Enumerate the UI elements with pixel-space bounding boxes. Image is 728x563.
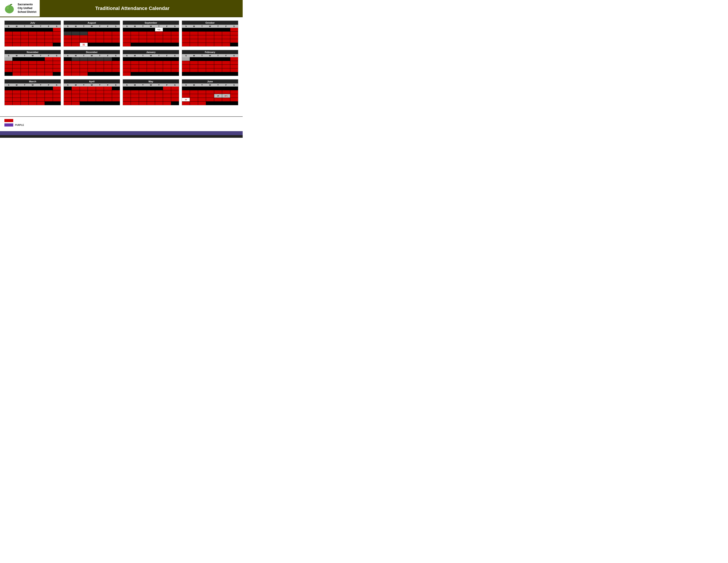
month-header: October [182, 21, 238, 25]
legend-color-red [4, 119, 13, 122]
day-headers: S M T W T F S [5, 25, 61, 28]
month-september: September S M T W T F S *••1 [123, 21, 179, 47]
month-header: November [5, 50, 61, 54]
calendar-grid [123, 57, 179, 76]
month-october: October S M T W T F S [182, 21, 238, 47]
legend-area: PURPLE [0, 116, 243, 130]
month-header: September [123, 21, 179, 25]
day-headers: S M T W T F S [182, 83, 238, 86]
calendar-grid [5, 28, 61, 46]
calendar-grid [123, 86, 179, 105]
legend-label-purple: PURPLE [15, 124, 24, 126]
month-header: May [123, 79, 179, 83]
month-june: June S M T W T F S [182, 79, 238, 105]
month-header: March [5, 79, 61, 83]
special-day: *••1 [155, 28, 163, 31]
month-november: November S M T W T F S [4, 50, 61, 76]
page-header: Sacramento City Unified School District … [0, 0, 243, 17]
calendar-row-2: November S M T W T F S [4, 50, 238, 76]
day-headers: S M T W T F S [182, 25, 238, 28]
aug-31: 31 [80, 43, 88, 46]
bottom-bar [0, 131, 243, 135]
month-header: June [182, 79, 238, 83]
day-headers: S M T W T F S [5, 54, 61, 57]
header-center: Traditional Attendance Calendar [40, 0, 225, 17]
day-headers: S M T W T F S [5, 83, 61, 86]
month-header: December [64, 50, 120, 54]
month-header: April [64, 79, 120, 83]
calendar-grid [64, 57, 120, 76]
calendar-grid [5, 57, 61, 76]
logo-icon [3, 2, 15, 14]
day-headers: S M T W T F S [64, 83, 120, 86]
calendar-grid [64, 86, 120, 105]
june-15: 15 [214, 94, 222, 98]
calendar-container: July S M T W T F S [0, 17, 243, 112]
calendar-grid: *••1 [123, 28, 179, 46]
month-february: February S M T W T F S [182, 50, 238, 76]
month-july: July S M T W T F S [4, 21, 61, 47]
legend-color-purple [4, 123, 13, 126]
calendar-grid [182, 57, 238, 76]
legend-row-purple: PURPLE [4, 123, 238, 126]
month-december: December S M T W T F S [64, 50, 120, 76]
bottom-bar2 [0, 135, 243, 138]
legend-row-red [4, 119, 238, 122]
calendar-row-1: July S M T W T F S [4, 21, 238, 47]
june-20: 20 [182, 98, 190, 101]
day-headers: S M T W T F S [182, 54, 238, 57]
day-headers: S M T W T F S [123, 25, 179, 28]
month-august: August S M T W T F S [64, 21, 120, 47]
svg-point-2 [7, 6, 9, 9]
day-headers: S M T W T F S [123, 83, 179, 86]
day-headers: S M T W T F S [64, 54, 120, 57]
month-header: January [123, 50, 179, 54]
day-headers: S M T W T F S [64, 25, 120, 28]
page-title: Traditional Attendance Calendar [95, 6, 170, 11]
logo-area: Sacramento City Unified School District [0, 0, 40, 17]
month-january: January S M T W T F S [123, 50, 179, 76]
calendar-grid: 15 16*•• 20 [182, 86, 238, 105]
org-name: Sacramento City Unified School District [18, 3, 36, 14]
month-march: March S M T W T F S [4, 79, 61, 105]
header-right [225, 0, 243, 17]
calendar-grid: 31 [64, 28, 120, 46]
day-headers: S M T W T F S [123, 54, 179, 57]
month-may: May S M T W T F S [123, 79, 179, 105]
june-16: 16*•• [222, 94, 230, 98]
month-header: February [182, 50, 238, 54]
month-april: April S M T W T F S [64, 79, 120, 105]
month-header: July [5, 21, 61, 25]
month-header: August [64, 21, 120, 25]
calendar-grid [5, 86, 61, 105]
calendar-row-3: March S M T W T F S [4, 79, 238, 105]
calendar-grid [182, 28, 238, 46]
